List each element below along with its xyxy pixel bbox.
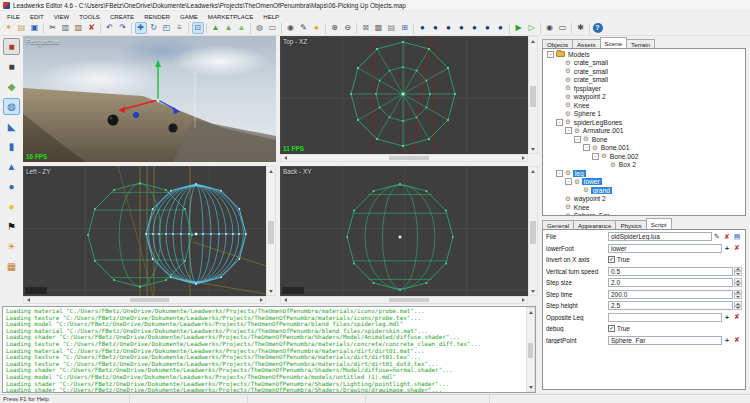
open-map-button[interactable]: ▤	[16, 22, 28, 34]
undo-button[interactable]: ↶	[104, 22, 116, 34]
prop-tab-general[interactable]: General	[542, 220, 574, 229]
move-tool-button[interactable]: ✚	[135, 22, 147, 34]
scroll-down-button[interactable]	[267, 287, 275, 295]
viewport-back-xy[interactable]: Back - XY	[280, 166, 528, 296]
edit-pen-button[interactable]: ✎	[298, 22, 310, 34]
lock-button[interactable]: ●	[311, 22, 323, 34]
step-size-input[interactable]: 2.0	[608, 278, 733, 287]
zoom-in-button[interactable]: ⊕	[329, 22, 341, 34]
tree-item-sphere-far[interactable]: ⚙Sphere_Far	[545, 212, 745, 217]
terrain-raise-button[interactable]: ▲	[210, 22, 222, 34]
tree-item-armature-001[interactable]: -⚙Armature.001	[545, 127, 745, 136]
tree-expander[interactable]: -	[565, 127, 572, 134]
new-map-button[interactable]: ✶	[3, 22, 15, 34]
point-light-tool-icon[interactable]: ●	[3, 198, 20, 215]
prefab-crate-tool-icon[interactable]: ▦	[3, 258, 20, 275]
tree-item-models[interactable]: -Models	[545, 50, 745, 59]
hide-selection-button[interactable]: ⊠	[360, 22, 372, 34]
tree-item-crate-small[interactable]: ⚙crate_small	[545, 67, 745, 76]
tree-expander[interactable]: -	[583, 144, 590, 151]
run-debug-button[interactable]: ▷	[526, 22, 538, 34]
scroll-thumb[interactable]	[530, 221, 536, 244]
scroll-thumb[interactable]	[530, 86, 536, 107]
file-edit-button[interactable]: ✎	[712, 232, 722, 242]
run-game-button[interactable]: ▶	[513, 22, 525, 34]
sphere-tool-5-button[interactable]: ●	[469, 22, 481, 34]
scroll-thumb[interactable]	[268, 221, 274, 244]
cylinder-brush-tool-icon[interactable]: ▮	[3, 138, 20, 155]
prop-tab-appearance[interactable]: Appearance	[573, 220, 616, 229]
file-open-button[interactable]: ▤	[732, 232, 742, 242]
grid-snap-button[interactable]: ▩	[373, 22, 385, 34]
sphere-tool-3-button[interactable]: ●	[443, 22, 455, 34]
terrain-paint-button[interactable]: ▲	[236, 22, 248, 34]
prop-tab-physics[interactable]: Physics	[615, 220, 646, 229]
sphere-tool-7-button[interactable]: ●	[495, 22, 507, 34]
viewport-top-vscrollbar[interactable]	[528, 36, 538, 154]
vertical-turn-speed-input[interactable]: 0.5	[608, 267, 733, 276]
scroll-thumb[interactable]	[389, 156, 428, 160]
tree-expander[interactable]: -	[565, 178, 572, 185]
opposite-leg-clear-button[interactable]: ✘	[732, 312, 742, 322]
tab-scene[interactable]: Scene	[600, 37, 628, 48]
step-height-input[interactable]: 2.5	[608, 301, 733, 310]
scroll-up-button[interactable]	[267, 167, 275, 175]
scale-tool-button[interactable]: ◰	[161, 22, 173, 34]
fullscreen-window-button[interactable]: ▭	[557, 22, 569, 34]
step-time-input[interactable]: 200.0	[608, 290, 733, 299]
tab-assets[interactable]: Assets	[572, 39, 601, 48]
viewport-perspective[interactable]: Perspective 16 FPS	[23, 36, 276, 162]
sphere-wire-brush-tool-icon[interactable]: ◍	[3, 98, 20, 115]
menu-game[interactable]: GAME	[175, 13, 203, 20]
console-vscrollbar[interactable]	[526, 307, 535, 392]
tree-item-bone-002[interactable]: -⚙Bone.002	[545, 152, 745, 161]
tree-item-crate-small[interactable]: ⚙crate_small	[545, 76, 745, 85]
menu-file[interactable]: FILE	[2, 13, 25, 20]
box-brush-dark-tool-icon[interactable]: ■	[3, 58, 20, 75]
step-height-spinner[interactable]	[733, 301, 742, 310]
plane-brush-tool-icon[interactable]: ◆	[3, 78, 20, 95]
tree-item-bone-001[interactable]: -⚙Bone.001	[545, 144, 745, 153]
tree-expander[interactable]: -	[547, 51, 554, 58]
menu-render[interactable]: RENDER	[139, 13, 175, 20]
tree-item-sphere-1[interactable]: ⚙Sphere 1	[545, 110, 745, 119]
viewport-back-vscrollbar[interactable]	[528, 166, 538, 296]
wedge-brush-tool-icon[interactable]: ◣	[3, 118, 20, 135]
sphere-tool-2-button[interactable]: ●	[430, 22, 442, 34]
help-button[interactable]: ?	[593, 23, 603, 33]
terrain-smooth-button[interactable]: ▲	[223, 22, 235, 34]
scroll-left-button[interactable]	[281, 155, 289, 161]
sphere-tool-1-button[interactable]: ●	[417, 22, 429, 34]
menu-tools[interactable]: TOOLS	[74, 13, 105, 20]
screenshot-camera-button[interactable]: ◉	[544, 22, 556, 34]
tree-item-bone[interactable]: -⚙Bone	[545, 135, 745, 144]
tab-terrain[interactable]: Terrain	[626, 39, 655, 48]
select-tool-button[interactable]: ⊡	[192, 22, 204, 34]
tree-item-fpsplayer[interactable]: ⚙fpsplayer	[545, 84, 745, 93]
menu-marketplace[interactable]: MARKETPLACE	[203, 13, 258, 20]
texture-lock-button[interactable]: ▤	[386, 22, 398, 34]
scroll-down-button[interactable]	[527, 383, 534, 391]
tree-item-waypoint-2[interactable]: ⚙waypoint 2	[545, 93, 745, 102]
copy-button[interactable]: ▥	[60, 22, 72, 34]
lowerfoot-pick-button[interactable]: +	[722, 243, 732, 253]
viewport-top-xz[interactable]: Top - XZ 11 FPS	[280, 36, 528, 154]
show-grid-button[interactable]: ⊞	[399, 22, 411, 34]
cut-button[interactable]: ✂	[47, 22, 59, 34]
redo-button[interactable]: ↷	[117, 22, 129, 34]
delete-button[interactable]: ✘	[86, 22, 98, 34]
save-map-button[interactable]: ▣	[29, 22, 41, 34]
options-gear-button[interactable]: ✱	[575, 22, 587, 34]
tree-item-knee[interactable]: ⚙Knee	[545, 101, 745, 110]
viewport-back-hscrollbar[interactable]	[280, 296, 528, 304]
opposite-leg-pick-button[interactable]: +	[722, 312, 732, 322]
sphere-brush-tool-icon[interactable]: ●	[3, 178, 20, 195]
menu-view[interactable]: VIEW	[49, 13, 75, 20]
window-tool-button[interactable]: ▭	[267, 22, 279, 34]
scroll-up-button[interactable]	[529, 167, 537, 175]
menu-create[interactable]: CREATE	[105, 13, 139, 20]
viewport-top-hscrollbar[interactable]	[280, 154, 528, 162]
scroll-thumb[interactable]	[528, 343, 533, 358]
targetpoint-field[interactable]: Sphere_Far	[608, 336, 722, 345]
opposite-leg-field[interactable]	[608, 313, 722, 322]
